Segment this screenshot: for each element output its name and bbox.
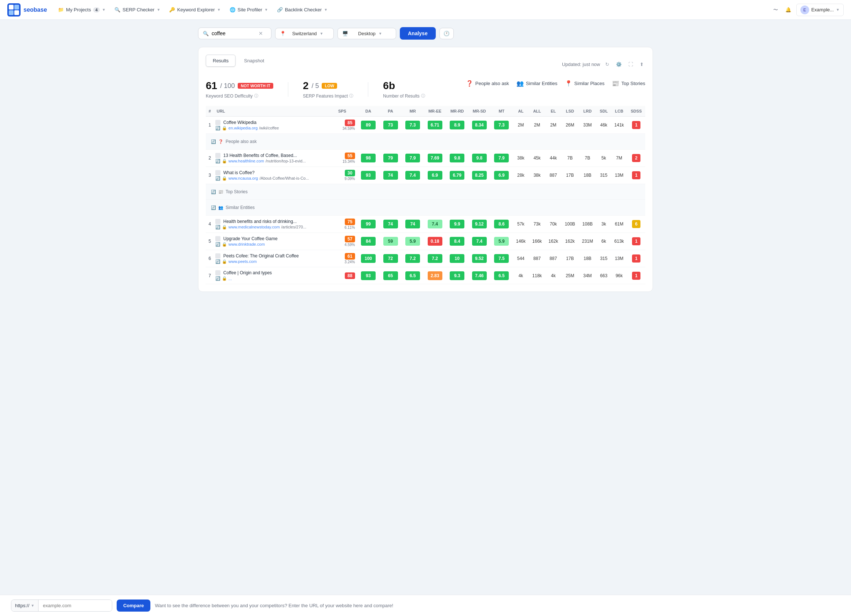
clear-keyword-icon[interactable]: ✕ [259, 30, 263, 36]
svg-rect-2 [14, 5, 19, 9]
row-al: 4k [513, 267, 529, 284]
url-title: Coffee | Origin and types [223, 270, 272, 275]
refresh-icon[interactable]: ↻ [604, 60, 611, 69]
url-domain[interactable]: www.ncausa.org [229, 176, 258, 180]
favicon [215, 219, 221, 224]
col-lcb: LCB [611, 106, 627, 117]
serp-features: ❓ People also ask 👥 Similar Entities 📍 S… [466, 80, 645, 87]
col-num: # [206, 106, 214, 117]
row-sdl: 315 [597, 167, 611, 184]
row-al: 2M [513, 117, 529, 134]
url-domain[interactable]: www.drinktrade.com [229, 242, 265, 246]
url-domain[interactable]: www.healthline.com [229, 159, 264, 163]
activity-icon[interactable]: 〜 [771, 5, 780, 15]
row-lsd: 26M [562, 117, 579, 134]
row-mt: 5.9 [490, 233, 513, 250]
url-domain[interactable]: ... [229, 276, 232, 281]
row-mt: 6.5 [490, 267, 513, 284]
tab-results[interactable]: Results [206, 55, 236, 67]
row-icon1: 🔄 [215, 259, 221, 264]
logo[interactable]: seobase [8, 3, 47, 17]
info-icon[interactable]: ⓘ [349, 93, 353, 99]
device-dropdown[interactable]: 🖥️ Desktop ▼ [337, 28, 396, 39]
row-icon2: 🔒 [222, 276, 227, 281]
row-sdl: 46k [597, 117, 611, 134]
feature-label-text: People also ask [226, 139, 257, 144]
row-num: 6 [206, 250, 214, 267]
row-pa: 74 [379, 216, 401, 233]
nav-my-projects[interactable]: 📁 My Projects 4 ▼ [54, 5, 109, 15]
row-mr: 6.5 [401, 267, 424, 284]
table-row: 2 13 Health Benefits of Coffee, Based...… [206, 150, 645, 167]
nav-right: 〜 🔔 E Example... ▼ [771, 4, 843, 16]
question-icon: ❓ [466, 80, 473, 87]
svg-rect-3 [9, 10, 14, 15]
serp-score: 2 [303, 80, 309, 92]
row-icon1: 🔄 [215, 276, 221, 281]
location-dropdown[interactable]: 📍 Switzerland ▼ [275, 28, 334, 39]
row-mrrd: 8.9 [446, 117, 468, 134]
table-row: 6 Peets Cofee: The Original Craft Coffee… [206, 250, 645, 267]
url-title: Coffee Wikipedia [223, 120, 257, 125]
download-icon[interactable]: ⬆ [638, 60, 645, 69]
row-el: 2M [545, 117, 561, 134]
feature-top-stories[interactable]: 📰 Top Stories [612, 80, 645, 87]
row-mr: 74 [401, 216, 424, 233]
url-domain[interactable]: www.medicalnewstoday.com [229, 225, 280, 229]
chevron-down-icon: ▼ [320, 32, 329, 36]
feature-row-top-stories: 🔄 📰 Top Stories [206, 184, 645, 200]
url-title: Health benefits and risks of drinking... [223, 219, 297, 224]
info-icon[interactable]: ⓘ [421, 93, 425, 99]
url-path: /About-Coffee/What-is-Co... [259, 176, 309, 180]
nav-site-profiler[interactable]: 🌐 Site Profiler ▼ [226, 5, 272, 15]
history-button[interactable]: 🕐 [439, 28, 454, 39]
url-title: What is Coffee? [223, 170, 254, 175]
col-sdl: SDL [597, 106, 611, 117]
settings-icon[interactable]: ⚙️ [614, 60, 623, 69]
not-worth-badge: NOT WORTH IT [238, 83, 273, 89]
row-mt: 6.9 [490, 167, 513, 184]
row-url: 13 Health Benefits of Coffee, Based... 🔄… [214, 150, 327, 167]
updated-text: Updated: just now [562, 62, 600, 67]
row-sdss: 1 [627, 267, 645, 284]
nav-user[interactable]: E Example... ▼ [796, 4, 843, 16]
feature-similar-entities[interactable]: 👥 Similar Entities [516, 80, 558, 87]
stories-icon: 📰 [612, 80, 619, 87]
feature-people-also-ask[interactable]: ❓ People also ask [466, 80, 509, 87]
row-el: 70k [545, 216, 561, 233]
search-bar: 🔍 ✕ 📍 Switzerland ▼ 🖥️ Desktop ▼ Analyse… [198, 27, 653, 40]
info-icon[interactable]: ⓘ [254, 93, 258, 99]
row-mrrd: 6.79 [446, 167, 468, 184]
row-mrsd: 9.52 [468, 250, 491, 267]
row-lsd: 100B [562, 216, 579, 233]
notification-icon[interactable]: 🔔 [783, 5, 794, 15]
nav-keyword-explorer[interactable]: 🔑 Keyword Explorer ▼ [165, 5, 224, 15]
keyword-input-wrap[interactable]: 🔍 ✕ [198, 27, 271, 39]
col-lrd: LRD [579, 106, 597, 117]
row-pa: 59 [379, 233, 401, 250]
feature-similar-places[interactable]: 📍 Similar Places [565, 80, 604, 87]
sps-pct: 9.09% [344, 177, 355, 181]
row-el: 4k [545, 267, 561, 284]
row-da: 98 [357, 150, 380, 167]
row-sps: 88 [327, 267, 357, 284]
col-mr: MR [401, 106, 424, 117]
keyword-input[interactable] [212, 30, 256, 36]
analyse-button[interactable]: Analyse [400, 27, 436, 40]
url-domain[interactable]: www.peets.com [229, 259, 257, 264]
backlink-icon: 🔗 [277, 7, 283, 12]
row-mrsd: 8.25 [468, 167, 491, 184]
nav-backlink-checker[interactable]: 🔗 Backlink Checker ▼ [273, 5, 331, 15]
fullscreen-icon[interactable]: ⛶ [627, 60, 634, 69]
favicon [215, 120, 221, 125]
nav-serp-checker[interactable]: 🔍 SERP Checker ▼ [111, 5, 164, 15]
row-lrd: 18B [579, 167, 597, 184]
sps-pct: 34.59% [343, 126, 355, 131]
row-al: 57k [513, 216, 529, 233]
url-domain[interactable]: en.wikipedia.org [229, 126, 258, 130]
serp-impact-stat: 2 / 5 LOW SERP Features Impact ⓘ [303, 80, 353, 99]
chevron-down-icon: ▼ [265, 8, 268, 12]
tab-snapshot[interactable]: Snapshot [237, 55, 271, 67]
chevron-down-icon: ▼ [156, 8, 160, 12]
sps-badge: 85 [345, 120, 355, 126]
